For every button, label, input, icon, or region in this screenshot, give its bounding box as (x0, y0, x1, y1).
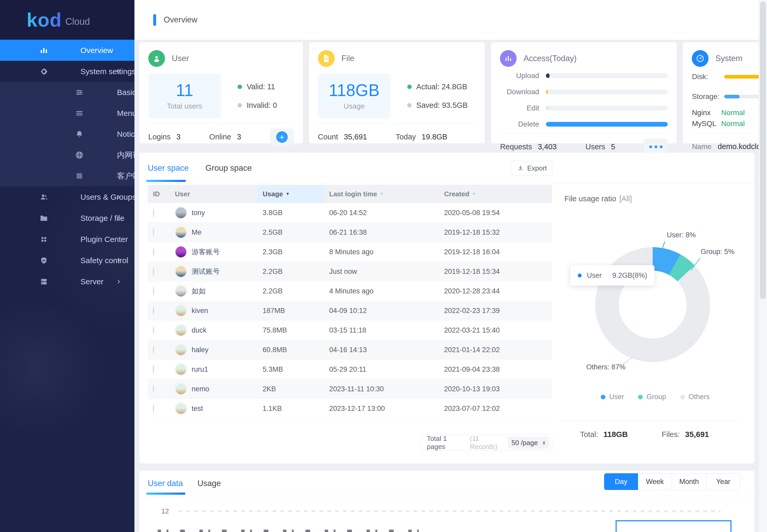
file-card-title: File (341, 54, 355, 63)
table-row[interactable]: tony3.8GB06-20 14:522020-05-08 19:54 (148, 203, 552, 223)
table-row[interactable]: haley60.8MB04-16 14:132021-01-14 22:02 (148, 340, 552, 360)
chevron-right-icon (116, 257, 122, 264)
row-usage-cell: 1.1KB (257, 405, 324, 413)
user-name: test (192, 405, 203, 413)
sidebar-item-safety-control[interactable]: Safety control (0, 250, 134, 271)
legend-label: User (609, 393, 624, 401)
row-radio[interactable] (153, 385, 154, 393)
column-header-created[interactable]: Created▼ (439, 190, 552, 198)
page-scrollbar[interactable] (759, 0, 767, 532)
access-requests: Requests3,403 (500, 143, 557, 151)
chevron-right-icon (116, 215, 122, 221)
user-bullet: Valid: 11 (238, 82, 277, 91)
stat-label: Count (318, 133, 338, 141)
row-user-cell: 如如 (170, 285, 257, 297)
row-radio[interactable] (153, 287, 154, 295)
table-row[interactable]: 测试账号2.2GBJust now2019-12-18 15:34 (148, 262, 552, 281)
per-page-value: 50 /page (511, 439, 538, 447)
sidebar-item-system-settings[interactable]: System settings (0, 61, 134, 82)
table-row[interactable]: test1.1KB2023-12-17 13:002023-07-07 12:0… (148, 399, 552, 418)
usage-ratio-title-text: File usage ratio (564, 194, 616, 203)
sidebar-item-storage-file[interactable]: Storage / file (0, 208, 134, 229)
row-user-cell: nemo (170, 383, 257, 395)
column-header-label: ID (153, 190, 160, 198)
pagination-total: Total 1 pages (427, 435, 467, 451)
sidebar-item-intranet-access[interactable]: 内网访问 (0, 145, 134, 165)
scrollbar-thumb[interactable] (760, 2, 766, 299)
user-space-panel: User space Group space Export IDUserUsag… (139, 153, 754, 463)
row-last-login-cell: 4 Minutes ago (324, 287, 439, 295)
table-row[interactable]: ruru15.3MB05-29 20:112021-09-04 23:38 (148, 360, 552, 379)
sidebar-item-label: Basic (117, 88, 134, 97)
active-tab-underline (146, 493, 185, 495)
sidebar-item-server[interactable]: Server (0, 271, 134, 292)
tab-group-space[interactable]: Group space (205, 163, 252, 173)
column-header-user[interactable]: User (170, 190, 257, 198)
row-radio[interactable] (153, 326, 154, 335)
per-page-select[interactable]: 50 /page ▲▼ (508, 437, 549, 449)
donut-label-user: User: 8% (667, 231, 696, 239)
column-header-id[interactable]: ID (148, 190, 170, 198)
range-button-month[interactable]: Month (672, 473, 706, 490)
sidebar-item-client-download[interactable]: 客户端下载 (0, 165, 134, 186)
sidebar-item-users-groups[interactable]: Users & Groups (0, 186, 134, 208)
row-last-login-cell: 04-09 10:12 (324, 307, 439, 315)
user-name: 测试账号 (192, 267, 220, 276)
file-usage-donut-chart[interactable] (595, 247, 710, 362)
legend-item-others[interactable]: Others (680, 393, 710, 401)
donut-label-others: Others: 87% (586, 363, 626, 371)
row-radio[interactable] (153, 404, 154, 413)
total-users-stat: 11 Total users (148, 74, 221, 119)
user-name: 游客账号 (192, 247, 220, 257)
row-radio[interactable] (153, 228, 154, 237)
sidebar-item-basic[interactable]: Basic (0, 82, 134, 103)
sidebar-item-label: Menu (117, 109, 134, 118)
topbar: Overview (134, 0, 759, 40)
row-radio[interactable] (153, 267, 154, 276)
range-button-year[interactable]: Year (706, 473, 740, 490)
row-created-cell: 2021-01-14 22:02 (439, 346, 552, 354)
file-today: Today19.8GB (396, 133, 447, 141)
row-radio[interactable] (153, 365, 154, 374)
user-icon (148, 50, 165, 67)
file-bullet-label: Saved: 93.5GB (416, 101, 468, 110)
tab-user-space[interactable]: User space (148, 163, 189, 173)
table-row[interactable]: duck75.8MB03-15 11:182022-03-21 15:40 (148, 321, 552, 340)
sidebar-item-overview[interactable]: Overview (0, 40, 134, 61)
tab-user-data[interactable]: User data (148, 479, 183, 488)
access-card: Access(Today) UploadDownloadEditDelete R… (491, 42, 677, 143)
range-button-day[interactable]: Day (604, 473, 638, 490)
sidebar-item-menu[interactable]: Menu (0, 103, 134, 124)
row-created-cell: 2019-12-18 16:04 (439, 248, 552, 256)
table-row[interactable]: nemo2KB2023-11-11 10:302020-10-13 19:03 (148, 379, 552, 399)
usage-totals: Total: 118GB Files: 35,691 (580, 430, 709, 439)
table-row[interactable]: Me2.5GB06-21 16:382019-12-18 15:32 (148, 223, 552, 242)
row-created-cell: 2022-02-23 17:39 (439, 307, 552, 315)
column-header-usage[interactable]: Usage▼ (257, 185, 324, 203)
row-radio[interactable] (153, 247, 154, 256)
access-bar-label: Edit (500, 104, 539, 112)
add-user-button[interactable]: + (270, 128, 294, 146)
column-header-last-login-time[interactable]: Last login time▼ (324, 190, 439, 198)
system-card: System Disk: Storage: 95 NginxNormalPHPN… (683, 42, 767, 143)
row-radio[interactable] (153, 345, 154, 354)
tab-usage[interactable]: Usage (197, 479, 221, 488)
range-button-week[interactable]: Week (638, 473, 672, 490)
table-row[interactable]: kiven187MB04-09 10:122022-02-23 17:39 (148, 301, 552, 321)
app-logo: kod Cloud (0, 0, 134, 40)
legend-item-user[interactable]: User (601, 393, 624, 401)
stat-label: Requests (500, 143, 532, 151)
legend-item-group[interactable]: Group (638, 393, 666, 401)
table-row[interactable]: 如如2.2GB4 Minutes ago2020-12-28 23:44 (148, 281, 552, 301)
server-icon (37, 274, 51, 289)
ellipsis-icon (649, 145, 663, 148)
access-bars: UploadDownloadEditDelete (500, 72, 668, 128)
avatar (175, 246, 187, 258)
export-button[interactable]: Export (512, 161, 552, 175)
row-radio[interactable] (153, 208, 154, 217)
sidebar-item-plugin-center[interactable]: Plugin Center (0, 229, 134, 250)
row-radio[interactable] (153, 306, 154, 315)
table-row[interactable]: 游客账号2.3GB8 Minutes ago2019-12-18 16:04 (148, 242, 552, 262)
column-header-label: Usage (263, 190, 283, 198)
sidebar-item-notice[interactable]: Notice (0, 124, 134, 145)
